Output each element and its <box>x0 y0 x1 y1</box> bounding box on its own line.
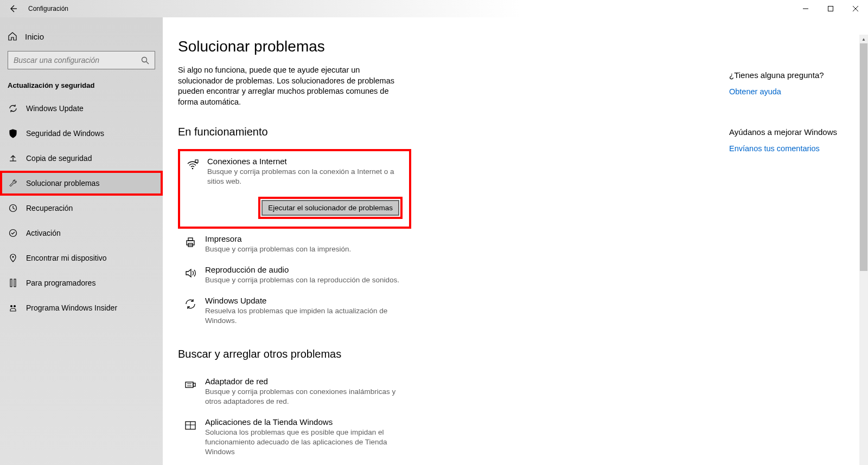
sidebar-item-label: Para programadores <box>26 279 95 287</box>
svg-point-3 <box>10 230 17 237</box>
vertical-scrollbar[interactable]: ▲ ▼ <box>859 35 868 465</box>
svg-point-4 <box>12 256 14 258</box>
svg-point-1 <box>142 57 147 62</box>
history-icon <box>8 203 18 214</box>
developer-icon <box>8 277 18 288</box>
sidebar-item-label: Encontrar mi dispositivo <box>26 254 107 262</box>
sidebar-item-developers[interactable]: Para programadores <box>0 270 163 295</box>
feedback-link[interactable]: Envíanos tus comentarios <box>729 144 848 153</box>
insider-icon <box>8 302 18 313</box>
troubleshoot-item-title: Conexiones a Internet <box>207 157 403 166</box>
troubleshoot-item-desc: Resuelva los problemas que impiden la ac… <box>205 306 405 326</box>
sidebar-item-windows-update[interactable]: Windows Update <box>0 96 163 121</box>
svg-rect-6 <box>14 279 16 287</box>
network-adapter-icon <box>183 378 197 392</box>
sidebar-item-label: Seguridad de Windows <box>26 129 104 138</box>
sidebar-item-label: Copia de seguridad <box>26 154 92 163</box>
troubleshoot-item-desc: Busque y corrija problemas con la conexi… <box>207 167 403 186</box>
svg-point-8 <box>14 305 16 307</box>
troubleshoot-item-title: Impresora <box>205 234 405 243</box>
upload-icon <box>8 153 18 164</box>
wrench-icon <box>8 178 18 189</box>
svg-rect-5 <box>10 279 12 287</box>
sidebar-item-security[interactable]: Seguridad de Windows <box>0 121 163 146</box>
minimize-button[interactable] <box>793 0 818 17</box>
sidebar-item-recovery[interactable]: Recuperación <box>0 196 163 221</box>
svg-point-7 <box>10 305 12 307</box>
page-description: Si algo no funciona, puede que te ayude … <box>178 65 406 107</box>
sidebar-item-backup[interactable]: Copia de seguridad <box>0 146 163 171</box>
run-troubleshooter-button[interactable]: Ejecutar el solucionador de problemas <box>261 200 399 216</box>
troubleshoot-item-network-adapter[interactable]: Adaptador de red Busque y corrija proble… <box>178 371 411 412</box>
sidebar-item-find-device[interactable]: Encontrar mi dispositivo <box>0 246 163 270</box>
troubleshoot-item-bluetooth[interactable]: Bluetooth <box>178 463 411 465</box>
sidebar-item-label: Programa Windows Insider <box>26 303 117 312</box>
aside-panel: ¿Tienes alguna pregunta? Obtener ayuda A… <box>729 70 848 153</box>
sidebar-home-label: Inicio <box>25 32 44 41</box>
close-button[interactable] <box>843 0 868 17</box>
troubleshoot-item-desc: Busque y corrija problemas con conexione… <box>205 387 405 406</box>
svg-rect-0 <box>828 7 833 11</box>
window-title: Configuración <box>28 5 68 12</box>
sidebar-home[interactable]: Inicio <box>0 28 163 51</box>
troubleshoot-item-desc: Busque y corrija problemas con la reprod… <box>205 275 405 285</box>
main-content: Solucionar problemas Si algo no funciona… <box>163 17 868 465</box>
troubleshoot-item-desc: Busque y corrija problemas con la impres… <box>205 244 405 254</box>
get-help-link[interactable]: Obtener ayuda <box>729 87 848 96</box>
sidebar-item-activation[interactable]: Activación <box>0 221 163 246</box>
printer-icon <box>183 235 197 249</box>
troubleshoot-item-audio[interactable]: Reproducción de audio Busque y corrija p… <box>178 260 411 290</box>
troubleshoot-item-update[interactable]: Windows Update Resuelva los problemas qu… <box>178 290 411 331</box>
sidebar: Inicio Actualización y seguridad Windows… <box>0 17 163 465</box>
sidebar-item-troubleshoot[interactable]: Solucionar problemas <box>0 171 163 196</box>
troubleshoot-item-internet[interactable]: Conexiones a Internet Busque y corrija p… <box>178 149 411 228</box>
troubleshoot-item-title: Aplicaciones de la Tienda Windows <box>205 417 405 427</box>
aside-improve-title: Ayúdanos a mejorar Windows <box>729 127 848 137</box>
svg-point-9 <box>192 168 194 170</box>
sidebar-item-label: Activación <box>26 229 61 237</box>
troubleshoot-item-desc: Soluciona los problemas que es posible q… <box>205 428 405 457</box>
titlebar: Configuración <box>0 0 868 17</box>
sync-icon <box>8 103 18 114</box>
check-circle-icon <box>8 228 18 238</box>
back-button[interactable] <box>8 3 18 14</box>
troubleshoot-item-title: Adaptador de red <box>205 377 405 386</box>
svg-rect-12 <box>188 238 193 241</box>
sidebar-item-label: Recuperación <box>26 204 73 212</box>
search-icon <box>141 56 149 64</box>
svg-rect-11 <box>187 241 194 245</box>
shield-icon <box>8 128 18 139</box>
apps-icon <box>183 418 197 432</box>
scroll-up-icon[interactable]: ▲ <box>859 35 868 43</box>
svg-rect-14 <box>186 382 193 388</box>
maximize-button[interactable] <box>818 0 843 17</box>
wifi-icon <box>186 158 200 172</box>
scroll-thumb[interactable] <box>860 43 867 271</box>
sidebar-section-label: Actualización y seguridad <box>0 81 163 96</box>
troubleshoot-item-title: Windows Update <box>205 296 405 305</box>
search-input[interactable] <box>8 51 155 69</box>
svg-rect-15 <box>193 383 195 386</box>
troubleshoot-item-title: Reproducción de audio <box>205 265 405 274</box>
troubleshoot-item-printer[interactable]: Impresora Busque y corrija problemas con… <box>178 229 411 260</box>
location-icon <box>8 253 18 263</box>
sidebar-item-label: Windows Update <box>26 104 84 113</box>
aside-question-title: ¿Tienes alguna pregunta? <box>729 70 848 80</box>
sidebar-item-label: Solucionar problemas <box>26 179 99 188</box>
sidebar-item-insider[interactable]: Programa Windows Insider <box>0 295 163 320</box>
troubleshoot-item-store-apps[interactable]: Aplicaciones de la Tienda Windows Soluci… <box>178 412 411 463</box>
sync-icon <box>183 297 197 311</box>
search-field[interactable] <box>14 56 141 64</box>
home-icon <box>8 31 17 41</box>
group-title-other: Buscar y arreglar otros problemas <box>178 348 868 360</box>
page-title: Solucionar problemas <box>178 38 868 55</box>
speaker-icon <box>183 266 197 280</box>
